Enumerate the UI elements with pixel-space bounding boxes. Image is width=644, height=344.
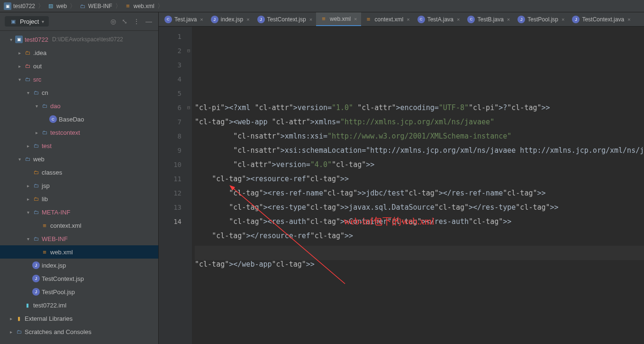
editor-tabs: CTest.java×Jindex.jsp×JTestContext.jsp×≡… — [159, 12, 644, 27]
line-number: 13 — [159, 200, 192, 214]
more-icon[interactable]: ⋮ — [132, 18, 141, 25]
line-number: 4 — [159, 72, 192, 86]
target-icon[interactable]: ◎ — [109, 18, 118, 25]
code-line[interactable]: "cl-nsattr">xmlns:xsi="http://www.w3.org… — [195, 129, 644, 143]
code-line[interactable]: "cl-tag"><resource-ref"cl-tag">> — [195, 172, 644, 186]
code-line[interactable]: "cl-tag"></resource-ref"cl-tag">> — [195, 229, 644, 243]
code-line[interactable]: "cl-tag"></web-app"cl-tag">> — [195, 257, 644, 271]
line-number: 12 — [159, 186, 192, 200]
code-area[interactable]: 12⊟3456⊟7891011121314 "cl-pi"><?xml "cl-… — [159, 27, 644, 344]
tree-row[interactable]: ▸🗀Scratches and Consoles — [0, 325, 158, 338]
close-icon[interactable]: × — [407, 17, 409, 22]
tree-row[interactable]: Jindex.jsp — [0, 259, 158, 272]
gutter: 12⊟3456⊟7891011121314 — [159, 27, 192, 344]
editor-tab[interactable]: CTestB.java× — [463, 12, 514, 26]
line-number: 1 — [159, 29, 192, 44]
tree-row[interactable]: ▮test0722.iml — [0, 298, 158, 312]
line-number: 8 — [159, 129, 192, 143]
line-number: 10 — [159, 158, 192, 172]
tree-row[interactable]: ▸🗀.idea — [0, 46, 158, 59]
tree-row[interactable]: JTestContext.jsp — [0, 272, 158, 285]
breadcrumb-item[interactable]: ▣ test0722 — [4, 2, 35, 10]
tree-row[interactable]: 🗀classes — [0, 166, 158, 179]
editor-tab[interactable]: Jindex.jsp× — [207, 12, 254, 26]
folder-icon: ▣ — [9, 18, 17, 25]
line-number: 9 — [159, 143, 192, 158]
code-line[interactable] — [195, 271, 644, 286]
editor-tab[interactable]: ≡web.xml× — [316, 12, 361, 26]
breadcrumb: ▣ test0722〉▨ web〉🗀 WEB-INF〉≡ web.xml〉 — [0, 0, 644, 12]
tree-row[interactable]: ▸🗀lib — [0, 192, 158, 205]
close-icon[interactable]: × — [562, 17, 564, 22]
close-icon[interactable]: × — [507, 17, 510, 22]
line-number: 14 — [159, 214, 192, 229]
code-line[interactable]: "cl-pi"><?xml "cl-attr">version="1.0" "c… — [195, 101, 644, 115]
code-line[interactable]: "cl-tag"><web-app "cl-attr">xmlns="http:… — [195, 115, 644, 129]
collapse-icon[interactable]: ⤡ — [120, 18, 129, 25]
editor-tab[interactable]: JTestContext.java× — [568, 12, 634, 26]
close-icon[interactable]: × — [354, 16, 357, 22]
project-label: Project — [20, 18, 39, 25]
tree-row[interactable]: ▾🗀META-INF — [0, 205, 158, 219]
line-number: 5 — [159, 86, 192, 101]
editor-tab[interactable]: CTestA.java× — [414, 12, 464, 26]
chevron-down-icon: ▾ — [42, 19, 44, 24]
code[interactable]: "cl-pi"><?xml "cl-attr">version="1.0" "c… — [192, 27, 644, 344]
tree-row[interactable]: CBaseDao — [0, 112, 158, 126]
code-line[interactable]: "cl-tag"><res-ref-name"cl-tag">>jdbc/tes… — [195, 186, 644, 200]
breadcrumb-item[interactable]: ▨ web — [47, 2, 67, 10]
tree-row[interactable]: ▸▮External Libraries — [0, 312, 158, 325]
code-line[interactable]: "cl-tag"><res-type"cl-tag">>javax.sql.Da… — [195, 200, 644, 214]
tree-row[interactable]: ▾🗀src — [0, 73, 158, 86]
close-icon[interactable]: × — [309, 17, 312, 22]
tree-row[interactable]: ▸🗀test — [0, 139, 158, 152]
editor-tab[interactable]: ≡context.xml× — [361, 12, 414, 26]
close-icon[interactable]: × — [200, 17, 203, 22]
editor-tab[interactable]: JTestContext.jsp× — [254, 12, 316, 26]
breadcrumb-item[interactable]: ≡ web.xml — [124, 2, 154, 10]
editor-pane: CTest.java×Jindex.jsp×JTestContext.jsp×≡… — [159, 12, 644, 344]
breadcrumb-item[interactable]: 🗀 WEB-INF — [79, 2, 112, 10]
code-line[interactable] — [195, 286, 644, 300]
line-number: 3 — [159, 58, 192, 72]
tree-row[interactable]: ▾🗀web — [0, 152, 158, 166]
code-line[interactable]: "cl-attr">version="4.0""cl-tag">> — [195, 158, 644, 172]
line-number: 2⊟ — [159, 44, 192, 58]
tree-row[interactable]: JTestPool.jsp — [0, 285, 158, 298]
code-line[interactable]: "cl-nsattr">xsi:schemaLocation="http://x… — [195, 143, 644, 158]
tree-row[interactable]: ▾🗀cn — [0, 86, 158, 99]
tree-row[interactable]: ▾▣test0722D:\IDEAworkspace\test0722 — [0, 33, 158, 46]
editor-tab[interactable]: CTest.java× — [161, 12, 207, 26]
close-icon[interactable]: × — [627, 17, 630, 22]
tree-row[interactable]: ≡context.xml — [0, 219, 158, 232]
minimize-icon[interactable]: — — [144, 18, 154, 25]
close-icon[interactable]: × — [457, 17, 460, 22]
editor-tab[interactable]: JTestPool.jsp× — [514, 12, 568, 26]
tree-row[interactable]: ▸🗀jsp — [0, 179, 158, 192]
tree-row[interactable]: ▾🗀WEB-INF — [0, 232, 158, 245]
project-tree[interactable]: ▾▣test0722D:\IDEAworkspace\test0722▸🗀.id… — [0, 31, 158, 344]
close-icon[interactable]: × — [246, 17, 249, 22]
tree-row[interactable]: ▸🗀out — [0, 59, 158, 73]
annotation-text: web-inf包下的web.xml — [344, 215, 435, 228]
project-sidebar: ▣ Project ▾ ◎ ⤡ ⋮ — ▾▣test0722D:\IDEAwor… — [0, 12, 159, 344]
line-number: 7 — [159, 115, 192, 129]
tree-row[interactable]: ≡web.xml — [0, 245, 158, 259]
tree-row[interactable]: ▸🗀testcontext — [0, 126, 158, 139]
line-number: 6⊟ — [159, 101, 192, 115]
tree-row[interactable]: ▾🗀dao — [0, 99, 158, 112]
code-line[interactable] — [195, 243, 644, 257]
project-dropdown[interactable]: ▣ Project ▾ — [5, 16, 49, 27]
line-number: 11 — [159, 172, 192, 186]
